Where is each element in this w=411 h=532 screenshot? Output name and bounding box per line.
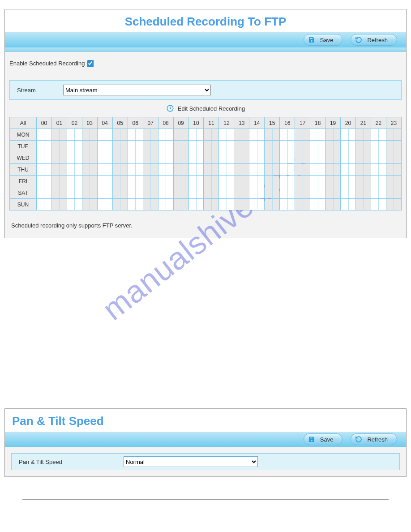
schedule-cell[interactable] xyxy=(188,199,204,210)
schedule-cell[interactable] xyxy=(97,141,112,152)
schedule-cell[interactable] xyxy=(128,176,143,187)
schedule-cell[interactable] xyxy=(249,152,265,164)
schedule-cell[interactable] xyxy=(204,164,219,176)
schedule-cell[interactable] xyxy=(128,141,143,152)
hour-header[interactable]: 16 xyxy=(280,117,295,129)
schedule-cell[interactable] xyxy=(371,176,386,187)
hour-header[interactable]: 06 xyxy=(128,117,143,129)
schedule-cell[interactable] xyxy=(356,199,371,210)
hour-header[interactable]: 21 xyxy=(356,117,371,129)
day-header[interactable]: FRI xyxy=(10,176,37,187)
schedule-cell[interactable] xyxy=(51,141,67,152)
schedule-cell[interactable] xyxy=(188,187,204,199)
schedule-cell[interactable] xyxy=(280,176,295,187)
schedule-cell[interactable] xyxy=(386,199,401,210)
schedule-cell[interactable] xyxy=(386,176,401,187)
schedule-cell[interactable] xyxy=(234,199,249,210)
day-header[interactable]: WED xyxy=(10,152,37,164)
schedule-cell[interactable] xyxy=(143,176,158,187)
schedule-cell[interactable] xyxy=(188,164,204,176)
schedule-cell[interactable] xyxy=(219,187,234,199)
hour-header[interactable]: 17 xyxy=(295,117,310,129)
hour-header[interactable]: 09 xyxy=(173,117,188,129)
all-header[interactable]: All xyxy=(10,117,37,129)
schedule-cell[interactable] xyxy=(280,152,295,164)
hour-header[interactable]: 03 xyxy=(82,117,97,129)
schedule-cell[interactable] xyxy=(112,164,128,176)
schedule-cell[interactable] xyxy=(310,199,325,210)
hour-header[interactable]: 13 xyxy=(234,117,249,129)
schedule-cell[interactable] xyxy=(158,199,173,210)
schedule-cell[interactable] xyxy=(82,152,97,164)
schedule-cell[interactable] xyxy=(310,152,325,164)
schedule-cell[interactable] xyxy=(386,141,401,152)
schedule-cell[interactable] xyxy=(219,176,234,187)
schedule-cell[interactable] xyxy=(82,176,97,187)
schedule-cell[interactable] xyxy=(265,199,280,210)
schedule-cell[interactable] xyxy=(204,152,219,164)
schedule-cell[interactable] xyxy=(37,164,52,176)
schedule-cell[interactable] xyxy=(386,129,401,141)
schedule-cell[interactable] xyxy=(219,164,234,176)
schedule-cell[interactable] xyxy=(341,199,356,210)
schedule-cell[interactable] xyxy=(356,164,371,176)
schedule-cell[interactable] xyxy=(341,187,356,199)
schedule-cell[interactable] xyxy=(51,164,67,176)
enable-checkbox[interactable] xyxy=(87,60,93,66)
schedule-cell[interactable] xyxy=(143,152,158,164)
schedule-cell[interactable] xyxy=(97,129,112,141)
hour-header[interactable]: 14 xyxy=(249,117,265,129)
schedule-cell[interactable] xyxy=(356,141,371,152)
schedule-cell[interactable] xyxy=(112,199,128,210)
hour-header[interactable]: 23 xyxy=(386,117,401,129)
schedule-cell[interactable] xyxy=(280,141,295,152)
hour-header[interactable]: 18 xyxy=(310,117,325,129)
schedule-cell[interactable] xyxy=(295,199,310,210)
schedule-cell[interactable] xyxy=(325,187,341,199)
day-header[interactable]: TUE xyxy=(10,141,37,152)
schedule-cell[interactable] xyxy=(234,176,249,187)
schedule-cell[interactable] xyxy=(51,176,67,187)
schedule-cell[interactable] xyxy=(128,187,143,199)
hour-header[interactable]: 07 xyxy=(143,117,158,129)
save-button[interactable]: Save xyxy=(304,34,343,46)
schedule-cell[interactable] xyxy=(173,176,188,187)
schedule-cell[interactable] xyxy=(67,164,82,176)
schedule-cell[interactable] xyxy=(128,199,143,210)
schedule-cell[interactable] xyxy=(265,176,280,187)
schedule-cell[interactable] xyxy=(173,129,188,141)
schedule-cell[interactable] xyxy=(280,129,295,141)
schedule-cell[interactable] xyxy=(51,129,67,141)
schedule-cell[interactable] xyxy=(325,152,341,164)
hour-header[interactable]: 10 xyxy=(188,117,204,129)
hour-header[interactable]: 00 xyxy=(37,117,52,129)
schedule-cell[interactable] xyxy=(158,152,173,164)
schedule-cell[interactable] xyxy=(219,152,234,164)
schedule-cell[interactable] xyxy=(67,176,82,187)
schedule-cell[interactable] xyxy=(341,129,356,141)
refresh-button[interactable]: Refresh xyxy=(351,34,397,46)
schedule-cell[interactable] xyxy=(295,141,310,152)
schedule-cell[interactable] xyxy=(51,152,67,164)
schedule-cell[interactable] xyxy=(310,164,325,176)
schedule-cell[interactable] xyxy=(280,164,295,176)
schedule-cell[interactable] xyxy=(265,129,280,141)
schedule-cell[interactable] xyxy=(158,141,173,152)
save-button-2[interactable]: Save xyxy=(304,433,343,445)
schedule-cell[interactable] xyxy=(204,187,219,199)
stream-select[interactable]: Main stream xyxy=(63,85,211,95)
hour-header[interactable]: 04 xyxy=(97,117,112,129)
schedule-cell[interactable] xyxy=(341,176,356,187)
schedule-cell[interactable] xyxy=(37,187,52,199)
schedule-cell[interactable] xyxy=(97,152,112,164)
schedule-cell[interactable] xyxy=(356,176,371,187)
schedule-cell[interactable] xyxy=(158,129,173,141)
hour-header[interactable]: 12 xyxy=(219,117,234,129)
schedule-cell[interactable] xyxy=(37,152,52,164)
schedule-cell[interactable] xyxy=(295,129,310,141)
schedule-cell[interactable] xyxy=(143,199,158,210)
schedule-cell[interactable] xyxy=(97,164,112,176)
schedule-cell[interactable] xyxy=(295,152,310,164)
hour-header[interactable]: 11 xyxy=(204,117,219,129)
schedule-cell[interactable] xyxy=(188,176,204,187)
